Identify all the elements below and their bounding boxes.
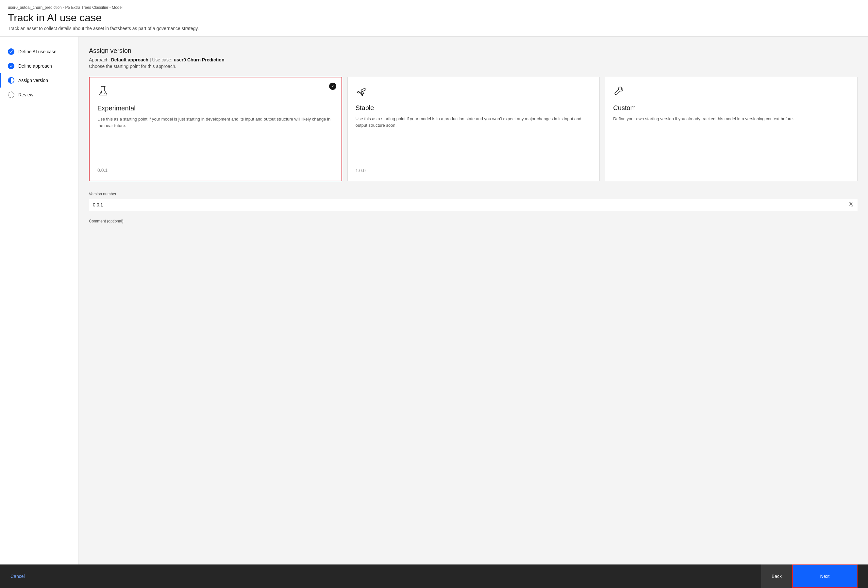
content-area: Assign version Approach: Default approac… bbox=[78, 37, 868, 564]
usecase-value: user0 Churn Prediction bbox=[174, 57, 224, 62]
version-number-label: Version number bbox=[89, 192, 858, 196]
version-number-input-wrapper bbox=[89, 199, 858, 211]
comment-section: Comment (optional) bbox=[89, 219, 858, 223]
sidebar-item-define-approach[interactable]: Define approach bbox=[0, 59, 78, 73]
step-icon-completed bbox=[8, 49, 14, 55]
version-number-section: Version number bbox=[89, 192, 858, 211]
approach-value: Default approach bbox=[111, 57, 148, 62]
approach-info: Approach: Default approach | Use case: u… bbox=[89, 57, 858, 62]
page-title: Track in AI use case bbox=[8, 12, 860, 24]
plane-icon bbox=[356, 85, 592, 99]
card-stable-title: Stable bbox=[356, 104, 592, 112]
section-title: Assign version bbox=[89, 47, 858, 55]
card-custom[interactable]: Custom Define your own starting version … bbox=[605, 77, 858, 181]
separator: | bbox=[150, 57, 152, 62]
clear-version-icon[interactable] bbox=[849, 202, 854, 208]
sidebar-label-assign-version: Assign version bbox=[18, 78, 48, 83]
page-subtitle: Track an asset to collect details about … bbox=[8, 26, 860, 31]
card-stable-version: 1.0.0 bbox=[356, 168, 592, 173]
card-stable[interactable]: Stable Use this as a starting point if y… bbox=[347, 77, 600, 181]
comment-label: Comment (optional) bbox=[89, 219, 858, 223]
card-custom-title: Custom bbox=[613, 104, 849, 112]
approach-label: Approach: bbox=[89, 57, 110, 62]
step-icon-inactive bbox=[8, 91, 14, 98]
step-icon-active bbox=[8, 77, 14, 84]
sidebar-item-review[interactable]: Review bbox=[0, 87, 78, 102]
card-stable-desc: Use this as a starting point if your mod… bbox=[356, 116, 592, 160]
sidebar-label-define-ai-use-case: Define AI use case bbox=[18, 49, 56, 54]
card-experimental[interactable]: Experimental Use this as a starting poin… bbox=[89, 77, 342, 181]
svg-point-2 bbox=[103, 92, 103, 93]
sidebar-label-define-approach: Define approach bbox=[18, 63, 52, 69]
next-button[interactable]: Next bbox=[792, 564, 858, 588]
svg-point-0 bbox=[101, 93, 102, 93]
flask-icon bbox=[97, 85, 334, 99]
breadcrumb: user0_autoai_churn_prediction - P5 Extra… bbox=[8, 5, 860, 10]
cancel-button[interactable]: Cancel bbox=[10, 573, 25, 579]
card-experimental-title: Experimental bbox=[97, 105, 334, 112]
version-number-input[interactable] bbox=[93, 202, 849, 208]
card-selected-check bbox=[329, 83, 336, 90]
usecase-label: Use case: bbox=[152, 57, 173, 62]
footer-actions: Back Next bbox=[761, 564, 858, 588]
sidebar-label-review: Review bbox=[18, 92, 33, 97]
step-icon-completed-2 bbox=[8, 63, 14, 69]
sidebar-item-assign-version[interactable]: Assign version bbox=[0, 73, 78, 87]
card-custom-desc: Define your own starting version if you … bbox=[613, 116, 849, 165]
card-experimental-version: 0.0.1 bbox=[97, 168, 334, 173]
cards-row: Experimental Use this as a starting poin… bbox=[89, 77, 858, 181]
footer-bar: Cancel Back Next bbox=[0, 564, 868, 588]
svg-point-1 bbox=[104, 93, 105, 94]
sidebar: Define AI use case Define approach Assig… bbox=[0, 37, 78, 564]
tools-icon bbox=[613, 85, 849, 99]
choose-text: Choose the starting point for this appro… bbox=[89, 64, 858, 69]
card-experimental-desc: Use this as a starting point if your mod… bbox=[97, 116, 334, 160]
back-button[interactable]: Back bbox=[761, 564, 792, 588]
sidebar-item-define-ai-use-case[interactable]: Define AI use case bbox=[0, 44, 78, 59]
